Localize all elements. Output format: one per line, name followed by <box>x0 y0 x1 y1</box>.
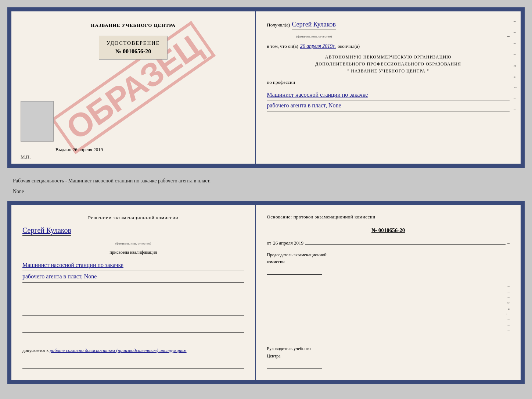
rdash1: – <box>267 284 510 288</box>
org-block: АВТОНОМНУЮ НЕКОММЕРЧЕСКУЮ ОРГАНИЗАЦИЮ ДО… <box>267 54 510 75</box>
photo-placeholder <box>21 101 54 142</box>
profession-line2: рабочего агента в пласт, None <box>267 100 510 111</box>
centr-label: Центра <box>267 353 510 360</box>
vtom-label: в том, что он(а) <box>267 43 298 49</box>
bottom-right-panel: Основание: протокол экзаменационной коми… <box>256 205 521 380</box>
ot-date: 26 апреля 2019 <box>273 240 303 246</box>
profession-line1: Машинист насосной станции по закачке <box>267 90 510 101</box>
dash4: – <box>514 52 518 56</box>
udostoverenie-number: № 0010656-20 <box>107 48 160 55</box>
vydano-line: Выдано 26 апреля 2019 <box>55 147 103 153</box>
dash1: – <box>514 19 518 23</box>
po-professii-label: по профессии <box>267 79 510 85</box>
dash5: и <box>514 63 518 67</box>
dopuskaetsya-text: работе согласно должностным (производств… <box>50 348 186 353</box>
right-dashes: – – – – и а ← – – <box>514 19 518 111</box>
blank-line2 <box>22 306 244 316</box>
rdash9: – <box>267 328 510 332</box>
ot-label: от <box>267 240 271 246</box>
protocol-number: № 0010656-20 <box>267 227 510 234</box>
org-line3: " НАЗВАНИЕ УЧЕБНОГО ЦЕНТРА " <box>267 68 510 75</box>
top-certificate-wrapper: НАЗВАНИЕ УЧЕБНОГО ЦЕНТРА ОБРАЗЕЦ УДОСТОВ… <box>7 7 525 168</box>
org-line2: ДОПОЛНИТЕЛЬНОГО ПРОФЕССИОНАЛЬНОГО ОБРАЗО… <box>267 61 510 68</box>
page-container: НАЗВАНИЕ УЧЕБНОГО ЦЕНТРА ОБРАЗЕЦ УДОСТОВ… <box>7 7 525 384</box>
bottom-document: Решением экзаменационной комиссии Сергей… <box>10 204 522 381</box>
rdash6: ← <box>267 311 510 316</box>
separator-text-line1: Рабочая специальность - Машинист насосно… <box>11 174 521 188</box>
predsedatel-block: Председатель экзаменационной комиссии <box>267 252 510 277</box>
bottom-doc-wrapper: Решением экзаменационной комиссии Сергей… <box>7 201 525 384</box>
dopuskaetsya-block: допускается к работе согласно должностны… <box>22 348 244 353</box>
ot-dash: – <box>507 241 510 246</box>
okonchil-label: окончил(а) <box>338 43 360 49</box>
predsedatel-sign-line <box>267 267 322 275</box>
dash8: – <box>514 96 518 100</box>
prisvoyena-label: присвоена квалификация <box>22 250 244 255</box>
vtom-line: в том, что он(а) 26 апреля 2019г. окончи… <box>267 43 510 49</box>
dash9: – <box>514 107 518 111</box>
bottom-left-panel: Решением экзаменационной комиссии Сергей… <box>11 205 256 380</box>
rdash5: а <box>267 306 510 310</box>
resheniem-block: Решением экзаменационной комиссии <box>22 214 244 222</box>
predsedatel-label: Председатель экзаменационной <box>267 252 510 259</box>
rukovoditel-label: Руководитель учебного <box>267 345 510 352</box>
rukovoditel-block: Руководитель учебного Центра <box>267 345 510 370</box>
cert-left-panel: НАЗВАНИЕ УЧЕБНОГО ЦЕНТРА ОБРАЗЕЦ УДОСТОВ… <box>11 11 256 164</box>
dash6: а <box>514 74 518 78</box>
org-line1: АВТОНОМНУЮ НЕКОММЕРЧЕСКУЮ ОРГАНИЗАЦИЮ <box>267 54 510 61</box>
date-handwritten: 26 апреля 2019г. <box>300 43 336 49</box>
bottom-prof-line1: Машинист насосной станции по закачке <box>22 260 244 271</box>
dopuskaetsya-label: допускается к <box>22 348 48 353</box>
udostoverenie-title: УДОСТОВЕРЕНИЕ <box>107 40 160 46</box>
bottom-prof-line2: рабочего агента в пласт, None <box>22 271 244 282</box>
udostoverenie-block: УДОСТОВЕРЕНИЕ № 0010656-20 <box>99 36 168 60</box>
rdash2: – <box>267 289 510 294</box>
poluchil-line: Получил(а) Сергей Кулаков (фамилия, имя,… <box>267 21 510 39</box>
mp-stamp: М.П. <box>21 154 30 160</box>
dash-after-name: – <box>507 33 510 39</box>
rdash8: – <box>267 323 510 327</box>
cert-right-panel: Получил(а) Сергей Кулаков (фамилия, имя,… <box>256 11 521 164</box>
rdash7: – <box>267 317 510 321</box>
blank-line1 <box>22 289 244 298</box>
certificate-document: НАЗВАНИЕ УЧЕБНОГО ЦЕНТРА ОБРАЗЕЦ УДОСТОВ… <box>10 10 522 165</box>
fio-label-top: (фамилия, имя, отчество) <box>296 35 332 38</box>
komissia-label: комиссии <box>267 259 510 266</box>
resheniem-label: Решением экзаменационной комиссии <box>88 215 179 220</box>
right-bottom-dashes: – – – и а ← – – – <box>267 284 510 332</box>
separator-block: Рабочая специальность - Машинист насосно… <box>7 172 525 197</box>
profession-block: Машинист насосной станции по закачке раб… <box>267 90 510 112</box>
dash2: – <box>514 30 518 34</box>
ot-line: от 26 апреля 2019 – <box>267 239 510 246</box>
dash7: ← <box>514 85 518 89</box>
blank-line4 <box>22 360 244 369</box>
dash3: – <box>514 41 518 45</box>
cert-school-title: НАЗВАНИЕ УЧЕБНОГО ЦЕНТРА <box>91 22 176 28</box>
rdash4: и <box>267 300 510 305</box>
recipient-name: Сергей Кулаков <box>292 21 336 29</box>
osnovanie-line: Основание: протокол экзаменационной коми… <box>267 214 510 220</box>
blank-line3 <box>22 324 244 333</box>
separator-text-line2: None <box>11 188 521 195</box>
rukovoditel-sign-line <box>267 361 322 369</box>
poluchil-label: Получил(а) <box>267 22 290 28</box>
bottom-recipient-name: Сергей Кулаков <box>22 226 71 236</box>
bottom-fio-label: (фамилия, имя, отчество) <box>22 242 244 245</box>
bottom-profession-block: Машинист насосной станции по закачке раб… <box>22 260 244 283</box>
bottom-name-line: Сергей Кулаков <box>22 226 244 237</box>
rdash3: – <box>267 295 510 299</box>
